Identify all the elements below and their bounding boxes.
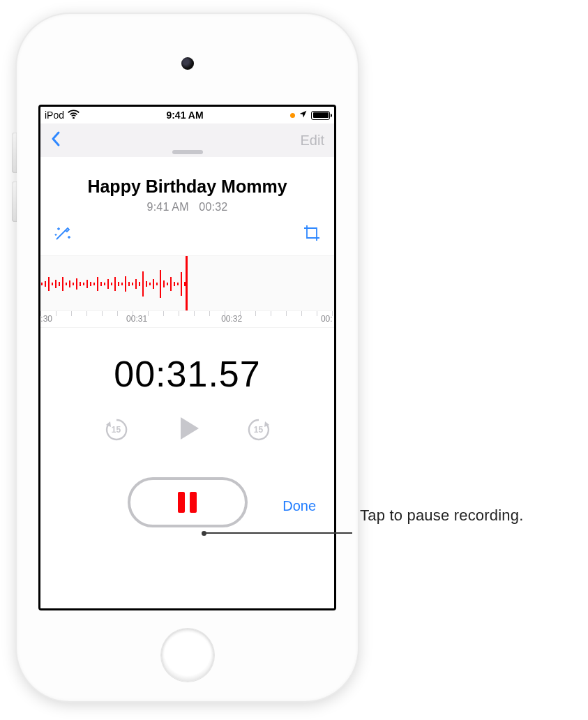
- ruler-tick: 00:32: [221, 314, 242, 327]
- back-chevron-icon[interactable]: [50, 130, 61, 151]
- recording-subtitle: 9:41 AM 00:32: [40, 201, 334, 213]
- elapsed-time: 00:31.57: [40, 353, 334, 395]
- skip-back-15-button[interactable]: 15: [103, 416, 130, 444]
- sheet-grabber[interactable]: [172, 150, 203, 154]
- callout-leader-line: [204, 532, 352, 534]
- device-screen: iPod 9:41 AM Edit Happ: [38, 105, 336, 610]
- playhead-indicator[interactable]: [186, 255, 188, 311]
- volume-up-hardware-button[interactable]: [12, 133, 17, 173]
- waveform-scrubber[interactable]: [40, 255, 334, 311]
- ruler-tick: 00:31: [126, 314, 147, 327]
- ruler-tick: 00:30: [38, 314, 52, 327]
- recording-sheet: Happy Birthday Mommy 9:41 AM 00:32: [40, 146, 334, 608]
- wifi-icon: [68, 110, 80, 121]
- play-button[interactable]: [172, 413, 203, 447]
- done-button[interactable]: Done: [282, 498, 316, 514]
- ipod-device-frame: iPod 9:41 AM Edit Happ: [17, 14, 358, 701]
- recording-timestamp: 9:41 AM: [147, 201, 189, 213]
- trim-crop-icon[interactable]: [302, 223, 322, 246]
- skip-amount-label: 15: [245, 416, 273, 444]
- carrier-label: iPod: [45, 110, 64, 121]
- mic-active-indicator-icon: [290, 113, 295, 118]
- transport-controls: 15 15: [40, 413, 334, 447]
- waveform-graphic: [40, 262, 201, 306]
- callout-text: Tap to pause recording.: [360, 507, 524, 525]
- edit-button[interactable]: Edit: [301, 133, 324, 149]
- pause-recording-button[interactable]: [128, 477, 248, 527]
- time-ruler[interactable]: 00:30 00:31 00:32 00:: [40, 311, 334, 328]
- recording-title[interactable]: Happy Birthday Mommy: [40, 177, 334, 197]
- skip-amount-label: 15: [103, 416, 130, 444]
- volume-down-hardware-button[interactable]: [12, 181, 17, 222]
- status-time: 9:41 AM: [80, 110, 290, 121]
- home-hardware-button[interactable]: [161, 629, 214, 682]
- recording-duration: 00:32: [199, 201, 227, 213]
- enhance-icon[interactable]: [53, 223, 73, 246]
- pause-icon: [178, 492, 197, 513]
- front-camera: [181, 57, 194, 70]
- skip-forward-15-button[interactable]: 15: [245, 416, 273, 444]
- ruler-tick: 00:: [321, 314, 333, 327]
- background-nav-bar: Edit: [40, 123, 334, 157]
- status-bar: iPod 9:41 AM: [40, 107, 334, 123]
- location-icon: [299, 110, 308, 121]
- battery-icon: [311, 111, 330, 120]
